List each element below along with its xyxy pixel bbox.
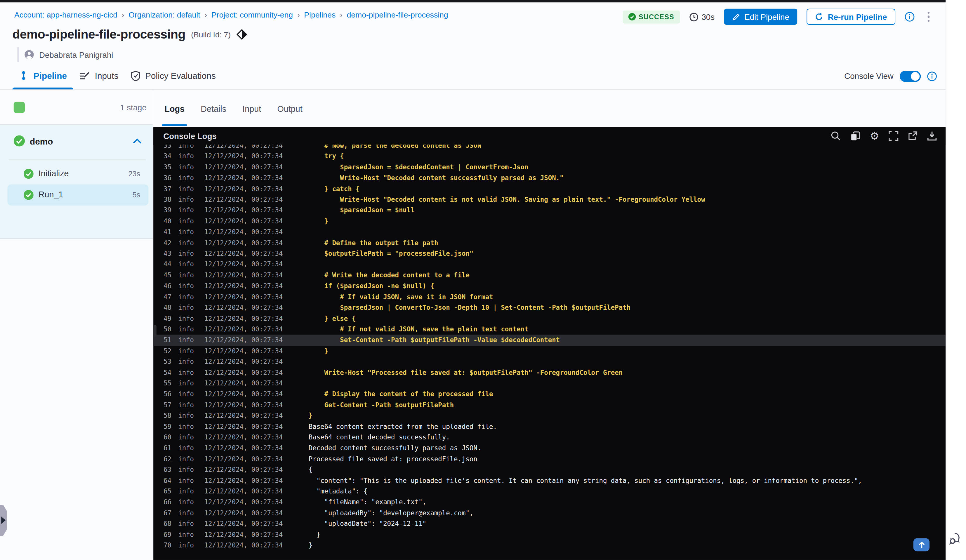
log-line-number: 48 xyxy=(163,302,171,313)
edit-pipeline-label: Edit Pipeline xyxy=(744,12,789,21)
breadcrumb-item: Project: community-eng› xyxy=(212,10,304,19)
log-timestamp: 12/12/2024, 00:27:34 xyxy=(204,519,286,529)
sidebar-expand-handle[interactable] xyxy=(0,505,7,536)
log-line-number: 42 xyxy=(163,238,171,248)
inputs-icon xyxy=(79,71,90,80)
open-in-new-icon[interactable] xyxy=(908,131,918,141)
log-timestamp: 12/12/2024, 00:27:34 xyxy=(204,346,286,356)
log-line: 66info12/12/2024, 00:27:34 "fileName": "… xyxy=(153,497,946,508)
step-name: Run_1 xyxy=(39,190,63,199)
log-message: } xyxy=(286,411,312,421)
edit-pipeline-button[interactable]: Edit Pipeline xyxy=(724,9,797,25)
log-line: 49info12/12/2024, 00:27:34 } else { xyxy=(153,313,946,324)
log-line-number: 69 xyxy=(163,529,171,540)
log-timestamp: 12/12/2024, 00:27:34 xyxy=(204,443,286,454)
log-line: 56info12/12/2024, 00:27:34 # Display the… xyxy=(153,389,946,400)
log-line-number: 56 xyxy=(163,389,171,400)
header-controls: SUCCESS 30s Edit Pipeline Re-run Pipelin… xyxy=(623,8,933,26)
log-message: } xyxy=(286,346,328,356)
step-list: Initialize 23s Run_1 5s xyxy=(0,163,153,205)
log-tab[interactable]: Logs xyxy=(163,90,186,127)
console-resize-handle[interactable] xyxy=(153,325,156,337)
stage-row-demo[interactable]: demo xyxy=(0,130,153,152)
breadcrumb-link[interactable]: Project: community-eng xyxy=(212,10,293,19)
log-line-number: 66 xyxy=(163,497,171,508)
log-message: Base64 content decoded successfully. xyxy=(286,432,450,443)
breadcrumb-link[interactable]: demo-pipeline-file-processing xyxy=(347,10,448,19)
log-line: 61info12/12/2024, 00:27:34Decoded conten… xyxy=(153,443,946,454)
settings-icon[interactable]: ⚙ xyxy=(870,131,879,141)
log-message xyxy=(286,259,309,270)
log-line-number: 45 xyxy=(163,270,171,281)
step-name: Initialize xyxy=(39,169,69,178)
log-level: info xyxy=(178,346,194,356)
log-timestamp: 12/12/2024, 00:27:34 xyxy=(204,194,286,205)
search-icon[interactable] xyxy=(831,131,840,141)
log-tab[interactable]: Input xyxy=(241,90,262,127)
log-tab[interactable]: Details xyxy=(199,90,227,127)
rerun-info-icon[interactable] xyxy=(904,11,914,21)
log-timestamp: 12/12/2024, 00:27:34 xyxy=(204,454,286,465)
rerun-pipeline-button[interactable]: Re-run Pipeline xyxy=(807,9,895,25)
log-line: 54info12/12/2024, 00:27:34 Write-Host "P… xyxy=(153,367,946,378)
console-view-toggle[interactable] xyxy=(900,71,921,82)
log-line-number: 51 xyxy=(163,335,171,346)
log-level: info xyxy=(178,367,194,378)
page-title: demo-pipeline-file-processing xyxy=(13,28,186,42)
log-line: 65info12/12/2024, 00:27:34 "metadata": { xyxy=(153,486,946,497)
log-line-number: 58 xyxy=(163,411,171,421)
download-icon[interactable] xyxy=(927,131,937,141)
log-message: } else { xyxy=(286,313,356,324)
breadcrumb-link[interactable]: Pipelines xyxy=(304,10,335,19)
log-message xyxy=(286,378,309,389)
log-message: "uploadedBy": "developer@example.com", xyxy=(286,508,473,519)
fullscreen-icon[interactable] xyxy=(889,131,899,141)
log-message: # If valid JSON, save it in JSON format xyxy=(286,292,493,302)
log-level: info xyxy=(178,443,194,454)
log-line: 67info12/12/2024, 00:27:34 "uploadedBy":… xyxy=(153,508,946,519)
log-line-number: 61 xyxy=(163,443,171,454)
log-line-number: 37 xyxy=(163,184,171,194)
log-message: # Define the output file path xyxy=(286,238,438,248)
console-log-viewer: Console Logs ⚙ xyxy=(153,127,946,560)
step-row[interactable]: Run_1 5s xyxy=(8,184,149,205)
log-line-number: 36 xyxy=(163,173,171,184)
chevron-up-icon[interactable] xyxy=(133,138,141,144)
refresh-icon xyxy=(815,13,823,21)
breadcrumb-link[interactable]: Account: app-harness-ng-cicd xyxy=(14,10,117,19)
log-tab[interactable]: Output xyxy=(276,90,304,127)
log-line: 39info12/12/2024, 00:27:34 $parsedJson =… xyxy=(153,205,946,216)
help-chat-icon[interactable] xyxy=(949,531,964,546)
log-level: info xyxy=(178,194,194,205)
build-diamond-icon xyxy=(236,29,247,40)
tab-policy-evaluations[interactable]: Policy Evaluations xyxy=(125,62,222,90)
arrow-up-icon xyxy=(918,541,925,549)
log-timestamp: 12/12/2024, 00:27:34 xyxy=(204,508,286,519)
log-message: Write-Host "Decoded content successfully… xyxy=(286,173,564,184)
rerun-pipeline-label: Re-run Pipeline xyxy=(828,12,887,21)
console-view-info-icon[interactable] xyxy=(927,71,937,81)
log-level: info xyxy=(178,162,194,173)
log-timestamp: 12/12/2024, 00:27:34 xyxy=(204,411,286,421)
log-level: info xyxy=(178,519,194,529)
log-line: 62info12/12/2024, 00:27:34Processed file… xyxy=(153,454,946,465)
log-timestamp: 12/12/2024, 00:27:34 xyxy=(204,151,286,162)
scroll-to-top-button[interactable] xyxy=(913,539,930,552)
check-circle-icon xyxy=(628,13,636,21)
breadcrumb-link[interactable]: Organization: default xyxy=(128,10,200,19)
log-timestamp: 12/12/2024, 00:27:34 xyxy=(204,529,286,540)
clock-icon xyxy=(689,12,698,21)
log-timestamp: 12/12/2024, 00:27:34 xyxy=(204,432,286,443)
copy-icon[interactable] xyxy=(850,131,860,141)
log-line: 44info12/12/2024, 00:27:34 xyxy=(153,259,946,270)
log-level: info xyxy=(178,281,194,292)
log-timestamp: 12/12/2024, 00:27:34 xyxy=(204,389,286,400)
log-line: 60info12/12/2024, 00:27:34Base64 content… xyxy=(153,432,946,443)
log-message: $parsedJson = $decodedContent | ConvertF… xyxy=(286,162,528,173)
tab-pipeline[interactable]: Pipeline xyxy=(13,62,73,90)
more-options-kebab-icon[interactable] xyxy=(924,10,933,23)
log-line: 41info12/12/2024, 00:27:34 xyxy=(153,227,946,238)
tab-inputs[interactable]: Inputs xyxy=(73,62,125,90)
step-row[interactable]: Initialize 23s xyxy=(8,163,149,184)
log-line: 40info12/12/2024, 00:27:34 } xyxy=(153,216,946,227)
